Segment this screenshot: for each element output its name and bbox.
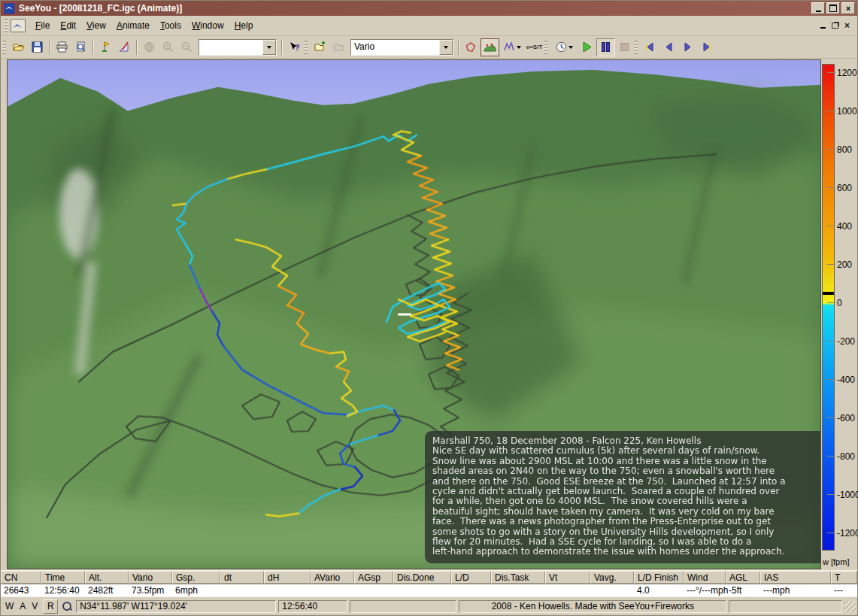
view-mode-combo[interactable]: Vario	[350, 39, 453, 56]
print-preview-icon	[74, 41, 87, 53]
help-cursor-icon: ?	[288, 41, 301, 53]
last-fix-button[interactable]	[697, 38, 716, 56]
zoom-out-icon	[180, 41, 193, 53]
menu-window[interactable]: Window	[186, 18, 229, 33]
arrow-left-icon	[662, 41, 675, 53]
waypoint-flag-button[interactable]	[96, 38, 115, 56]
column-header-t: T	[831, 571, 857, 584]
context-help-button[interactable]: ?	[285, 38, 304, 56]
value-vario: 73.5fpm	[129, 584, 172, 596]
toolbar-grip-4[interactable]	[635, 41, 638, 54]
close-button[interactable]: ×	[841, 2, 855, 14]
toolbar: ? Vario v=S/T	[1, 36, 857, 59]
status-flag-w[interactable]: W	[2, 601, 17, 611]
zoom-out-button[interactable]	[177, 38, 196, 56]
copyright-credit: 2008 - Ken Howells. Made with SeeYou+Fir…	[459, 600, 726, 613]
terrain-3d-view[interactable]: Marshall 750, 18 December 2008 - Falcon …	[7, 59, 821, 569]
value-avario	[311, 584, 354, 596]
route-view-button[interactable]	[462, 38, 481, 56]
chevron-down-icon	[568, 46, 573, 49]
vario-scale-panel: 120010008006004002000-200-400-600-800-10…	[821, 59, 857, 570]
mdi-close-button[interactable]: ×	[844, 22, 850, 29]
graph-view-button[interactable]	[499, 38, 525, 56]
print-button[interactable]	[53, 38, 71, 56]
mode-indicator[interactable]: R	[43, 599, 58, 614]
menu-tools[interactable]: Tools	[155, 18, 186, 33]
column-header-ldfinish: L/D Finish	[634, 571, 684, 584]
value-dt	[220, 584, 264, 596]
column-header-gsp: Gsp.	[172, 571, 220, 584]
first-fix-button[interactable]	[641, 38, 659, 56]
stop-button[interactable]	[615, 38, 634, 56]
column-header-cn: CN	[1, 571, 41, 584]
resize-grip[interactable]	[844, 601, 856, 612]
print-preview-button[interactable]	[71, 38, 90, 56]
seeyou-window: SeeYou - [20081218_FC.igc (Animate)] × F…	[0, 0, 858, 616]
open-folder-icon	[12, 41, 25, 53]
current-vario-marker	[823, 292, 834, 295]
status-flag-a[interactable]: A	[17, 601, 29, 611]
current-time: 12:56:40	[278, 600, 347, 613]
play-button[interactable]	[578, 38, 596, 56]
menu-bar: FileEditViewAnimateToolsWindowHelp ×	[1, 16, 857, 36]
play-icon	[581, 41, 593, 53]
open-button[interactable]	[9, 38, 28, 56]
value-alt: 2482ft	[85, 584, 129, 596]
flag-icon	[99, 41, 112, 53]
previous-fix-button[interactable]	[659, 38, 678, 56]
graph-icon	[503, 41, 516, 53]
column-header-alt: Alt.	[85, 571, 129, 584]
pause-button[interactable]	[596, 38, 615, 56]
next-fix-button[interactable]	[678, 38, 697, 56]
value-vt	[545, 584, 590, 596]
menu-edit[interactable]: Edit	[55, 18, 81, 33]
statistics-button[interactable]: v=S/T	[525, 38, 544, 56]
overlay-text-line: face. There was a news photographer from…	[432, 517, 820, 526]
toolbar-grip-2[interactable]	[305, 41, 308, 54]
toolbar-grip-1[interactable]	[3, 41, 6, 54]
mdi-minimize-button[interactable]	[820, 27, 826, 29]
close-flight-button[interactable]	[329, 38, 348, 56]
mdi-restore-button[interactable]	[832, 23, 838, 29]
title-bar: SeeYou - [20081218_FC.igc (Animate)] ×	[1, 1, 857, 16]
value-cn: 26643	[1, 584, 41, 596]
menu-view[interactable]: View	[81, 18, 111, 33]
menu-file[interactable]: File	[30, 18, 55, 33]
status-bar: WAV R N34°11.987' W117°19.024' 12:56:40 …	[1, 596, 857, 615]
toolbar-grip-3[interactable]	[544, 41, 547, 54]
status-cell-empty-2	[729, 600, 842, 613]
column-header-distask: Dis.Task	[491, 571, 545, 584]
save-button[interactable]	[28, 38, 47, 56]
view-mode-combo-arrow[interactable]	[439, 40, 453, 55]
zoom-in-button[interactable]	[159, 38, 177, 56]
flight-document-icon[interactable]	[11, 19, 26, 32]
view-3d-button[interactable]	[481, 38, 499, 56]
overlay-text-line: flew for 20 minutes. Had a SSE cycle for…	[432, 537, 820, 547]
minimize-button[interactable]	[811, 2, 825, 14]
column-header-time: Time	[41, 571, 85, 584]
waypoint-combo-arrow[interactable]	[262, 40, 276, 55]
view-mode-combo-value: Vario	[351, 40, 439, 55]
menu-help[interactable]: Help	[229, 18, 259, 33]
column-header-agsp: AGsp	[354, 571, 393, 584]
close-flight-icon	[332, 41, 345, 53]
globe-button[interactable]	[140, 38, 159, 56]
flight-polar-button[interactable]	[115, 38, 134, 56]
menu-animate[interactable]: Animate	[111, 18, 155, 33]
value-distask	[491, 584, 545, 596]
animation-rate-button[interactable]	[550, 38, 578, 56]
chevron-down-icon	[267, 46, 271, 49]
magnifier-icon[interactable]	[62, 601, 72, 611]
status-flag-v[interactable]: V	[29, 601, 41, 611]
column-header-disdone: Dis.Done	[393, 571, 451, 584]
minimize-icon	[816, 11, 821, 12]
menubar-grip[interactable]	[5, 19, 8, 32]
add-flight-button[interactable]	[311, 38, 329, 56]
value-ldfinish: 4.0	[634, 584, 684, 596]
clock-icon	[555, 41, 568, 53]
maximize-button[interactable]	[826, 2, 840, 14]
waypoint-combo[interactable]	[199, 39, 277, 56]
column-header-avario: AVario	[311, 571, 354, 584]
value-ias: ---mph	[760, 584, 831, 596]
table-value-row: 2664312:56:402482ft73.5fpm6mph4.0---°/--…	[1, 584, 857, 596]
